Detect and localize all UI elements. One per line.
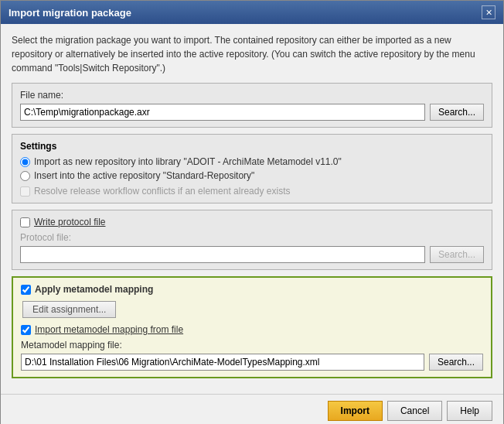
protocol-file-label: Protocol file:	[20, 232, 484, 243]
metamodel-top-row: Apply metamodel mapping	[21, 284, 483, 295]
radio-row-1: Import as new repository into library "A…	[20, 156, 484, 167]
description-text: Select the migration package you want to…	[12, 33, 492, 75]
dialog-body: Select the migration package you want to…	[1, 24, 503, 392]
cancel-button[interactable]: Cancel	[387, 401, 442, 421]
import-dialog: Import migration package ✕ Select the mi…	[0, 0, 504, 424]
metamodel-search-button[interactable]: Search...	[429, 354, 483, 371]
settings-title: Settings	[20, 141, 484, 152]
radio-active-repository[interactable]	[20, 171, 30, 181]
file-name-group: File name: Search...	[12, 83, 492, 128]
edit-assignment-button[interactable]: Edit assignment...	[22, 301, 116, 318]
radio-active-repository-label: Insert into the active repository "Stand…	[34, 170, 254, 181]
resolve-conflicts-label: Resolve release workflow conflicts if an…	[34, 186, 290, 197]
help-button[interactable]: Help	[447, 401, 492, 421]
dialog-footer: Import Cancel Help	[1, 394, 503, 424]
protocol-group: Write protocol file Protocol file: Searc…	[12, 210, 492, 270]
import-button[interactable]: Import	[328, 401, 383, 421]
close-button[interactable]: ✕	[482, 5, 495, 19]
apply-metamodel-label: Apply metamodel mapping	[35, 284, 153, 295]
protocol-file-input[interactable]	[20, 246, 425, 263]
resolve-conflicts-checkbox[interactable]	[20, 186, 30, 197]
file-search-button[interactable]: Search...	[430, 104, 484, 121]
write-protocol-label: Write protocol file	[34, 217, 105, 227]
radio-row-2: Insert into the active repository "Stand…	[20, 170, 484, 181]
settings-group: Settings Import as new repository into l…	[12, 134, 492, 203]
file-name-row: Search...	[20, 104, 484, 121]
title-bar: Import migration package ✕	[1, 1, 503, 24]
file-name-label: File name:	[20, 90, 484, 101]
protocol-checkbox-row: Write protocol file	[20, 217, 484, 227]
write-protocol-checkbox[interactable]	[20, 217, 30, 227]
metamodel-file-row: Search...	[21, 354, 483, 371]
protocol-file-row: Search...	[20, 246, 484, 263]
resolve-conflicts-row: Resolve release workflow conflicts if an…	[20, 186, 484, 197]
import-metamodel-label: Import metamodel mapping from file	[35, 324, 183, 335]
metamodel-group: Apply metamodel mapping Edit assignment.…	[12, 276, 492, 378]
metamodel-import-row: Import metamodel mapping from file	[21, 324, 483, 335]
dialog-title: Import migration package	[9, 7, 131, 19]
radio-new-repository[interactable]	[20, 157, 30, 167]
import-metamodel-checkbox[interactable]	[21, 325, 31, 335]
protocol-search-button[interactable]: Search...	[430, 246, 484, 263]
file-name-input[interactable]	[20, 104, 425, 121]
apply-metamodel-checkbox[interactable]	[21, 285, 31, 295]
metamodel-file-input[interactable]	[21, 354, 424, 371]
metamodel-file-label: Metamodel mapping file:	[21, 340, 483, 350]
radio-new-repository-label: Import as new repository into library "A…	[34, 156, 342, 167]
